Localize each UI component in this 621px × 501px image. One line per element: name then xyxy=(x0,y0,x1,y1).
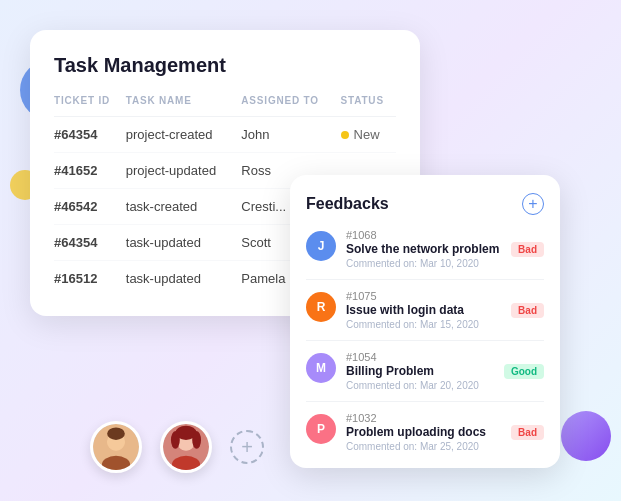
feedback-badge: Bad xyxy=(511,242,544,257)
male-avatar-svg xyxy=(93,424,139,470)
ticket-id-cell[interactable]: #41652 xyxy=(54,153,126,189)
assigned-to-cell: John xyxy=(241,117,340,153)
feedback-ticket-id: #1075 xyxy=(346,290,501,302)
feedback-item: J#1068Solve the network problemCommented… xyxy=(306,229,544,280)
col-assigned-to: ASSIGNED TO xyxy=(241,95,340,117)
feedback-ticket-id: #1054 xyxy=(346,351,494,363)
task-name-cell: project-created xyxy=(126,117,242,153)
female-avatar-svg xyxy=(163,424,209,470)
feedback-badge: Bad xyxy=(511,425,544,440)
feedback-header: Feedbacks + xyxy=(306,193,544,215)
feedback-avatar: J xyxy=(306,231,336,261)
feedback-item: M#1054Billing ProblemCommented on: Mar 2… xyxy=(306,351,544,402)
col-ticket-id: TICKET ID xyxy=(54,95,126,117)
feedback-content: #1068Solve the network problemCommented … xyxy=(346,229,501,269)
task-card-title: Task Management xyxy=(54,54,396,77)
ticket-id-cell[interactable]: #64354 xyxy=(54,225,126,261)
bottom-avatars: + xyxy=(90,421,264,473)
avatar-male xyxy=(90,421,142,473)
feedback-item-name: Issue with login data xyxy=(346,303,501,317)
feedback-item-name: Billing Problem xyxy=(346,364,494,378)
feedback-add-button[interactable]: + xyxy=(522,193,544,215)
table-row: #64354project-createdJohnNew xyxy=(54,117,396,153)
feedback-title: Feedbacks xyxy=(306,195,389,213)
feedback-avatar: P xyxy=(306,414,336,444)
feedback-item-name: Solve the network problem xyxy=(346,242,501,256)
status-text: New xyxy=(354,127,380,142)
bg-decoration-purple xyxy=(561,411,611,461)
feedback-badge: Good xyxy=(504,364,544,379)
svg-point-11 xyxy=(192,431,201,449)
status-dot xyxy=(341,131,349,139)
feedback-item: P#1032Problem uploading docsCommented on… xyxy=(306,412,544,452)
feedback-date: Commented on: Mar 25, 2020 xyxy=(346,441,501,452)
feedback-ticket-id: #1032 xyxy=(346,412,501,424)
task-name-cell: task-updated xyxy=(126,225,242,261)
ticket-id-cell[interactable]: #64354 xyxy=(54,117,126,153)
feedback-date: Commented on: Mar 15, 2020 xyxy=(346,319,501,330)
feedback-avatar: M xyxy=(306,353,336,383)
feedback-badge: Bad xyxy=(511,303,544,318)
feedback-list: J#1068Solve the network problemCommented… xyxy=(306,229,544,452)
feedback-date: Commented on: Mar 20, 2020 xyxy=(346,380,494,391)
task-name-cell: task-created xyxy=(126,189,242,225)
col-status: STATUS xyxy=(341,95,396,117)
ticket-id-cell[interactable]: #16512 xyxy=(54,261,126,297)
avatar-female xyxy=(160,421,212,473)
task-name-cell: project-updated xyxy=(126,153,242,189)
feedback-item: R#1075Issue with login dataCommented on:… xyxy=(306,290,544,341)
status-cell: New xyxy=(341,117,396,153)
svg-point-4 xyxy=(107,428,125,440)
feedback-card: Feedbacks + J#1068Solve the network prob… xyxy=(290,175,560,468)
ticket-id-cell[interactable]: #46542 xyxy=(54,189,126,225)
feedback-content: #1075Issue with login dataCommented on: … xyxy=(346,290,501,330)
svg-point-10 xyxy=(171,431,180,449)
feedback-item-name: Problem uploading docs xyxy=(346,425,501,439)
feedback-content: #1054Billing ProblemCommented on: Mar 20… xyxy=(346,351,494,391)
col-task-name: TASK NAME xyxy=(126,95,242,117)
task-name-cell: task-updated xyxy=(126,261,242,297)
feedback-ticket-id: #1068 xyxy=(346,229,501,241)
feedback-content: #1032Problem uploading docsCommented on:… xyxy=(346,412,501,452)
feedback-avatar: R xyxy=(306,292,336,322)
feedback-date: Commented on: Mar 10, 2020 xyxy=(346,258,501,269)
add-avatar-button[interactable]: + xyxy=(230,430,264,464)
